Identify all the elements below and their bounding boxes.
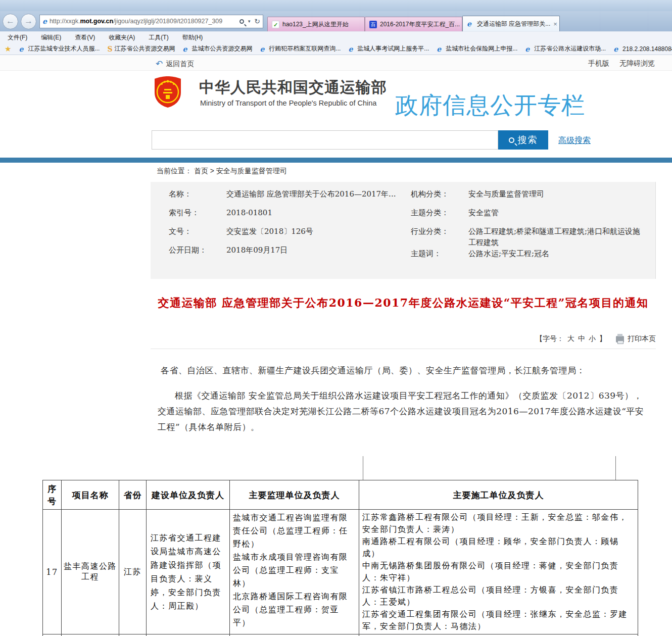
favorite-label: 盐城市社会保险网上申报... [446,44,517,53]
menu-favorites[interactable]: 收藏夹(A) [109,33,135,42]
meta-label: 公开日期： [169,244,226,263]
search-button-label: 搜索 [518,134,538,146]
browser-nav-bar: ← → e http://xxgk.mot.gov.cn/jigou/aqyzl… [0,11,672,31]
tab-title: 交通运输部 应急管理部关... [477,20,550,28]
tab-mot-notice[interactable]: e 交通运输部 应急管理部关... × [462,16,560,31]
fontsize-prefix: 【字号： [536,334,564,344]
fontsize-suffix: 】 [599,334,606,344]
favorite-link[interactable]: e218.2.208.1488084 [613,45,672,53]
tab-bar: ✓ hao123_上网从这里开始 百 2016-2017年度平安工程_百... … [267,16,560,31]
site-utility-bar: ↶ 返回首页 手机版 无障碍浏览 [0,56,672,71]
cell-province: 江苏 [119,510,147,634]
project-table: 序号 项目名称 省份 建设单位及负责人 主要监理单位及负责人 主要施工单位及负责… [42,480,638,636]
meta-label: 文号： [169,226,226,244]
meta-right-column: 机构分类： 安全与质量监督管理司 主题分类： 安全监管 行业分类： 公路工程建筑… [411,188,646,267]
search-icon[interactable] [239,19,244,24]
favorite-label: 江苏盐城专业技术人员服... [28,44,100,53]
tab-close-icon[interactable]: × [553,20,557,28]
supervisor-item: 盐城市交通工程咨询监理有限责任公司（总监理工程师：任野松） [233,511,356,551]
meta-value: 安全与质量监督管理司 [468,188,646,207]
menu-file[interactable]: 文件(F) [8,33,27,42]
ie-icon: e [613,45,618,53]
hao123-icon: ✓ [272,21,279,28]
favorite-link[interactable]: e江苏盐城专业技术人员服... [19,44,100,53]
cell-partial [230,634,359,636]
tab-baidu-search[interactable]: 百 2016-2017年度平安工程_百... [365,17,462,31]
meta-label: 名称： [169,188,226,207]
fontsize-large-button[interactable]: 大 [567,334,574,344]
cell-contractors: 江苏常鑫路桥工程有限公司（项目经理：王新，安全总监：邬金伟，安全部门负责人：裴涛… [359,510,638,634]
back-button[interactable]: ← [3,14,18,29]
cell-partial [147,634,230,636]
forward-button[interactable]: → [21,14,36,29]
menu-view[interactable]: 查看(V) [75,33,95,42]
back-icon: ← [6,16,15,26]
favorite-link[interactable]: e盐城人事考试网上服务平... [348,44,429,53]
advanced-search-link[interactable]: 高级搜索 [558,135,591,146]
col-header-province: 省份 [119,480,147,510]
forward-icon: → [24,16,33,26]
meta-row-name: 名称： 交通运输部 应急管理部关于公布2016—2017年... [169,188,406,207]
meta-value: 2018-01801 [226,207,406,226]
search-input[interactable] [152,130,498,150]
s-logo-icon: S [107,45,112,53]
cell-no: 17 [43,510,62,634]
meta-label: 主题分类： [411,207,468,226]
favorites-star-icon[interactable]: ★ [5,44,11,54]
breadcrumb-label: 当前位置： [157,167,192,175]
meta-row-industry: 行业分类： 公路工程建筑;桥梁和隧道工程建筑;港口和航运设施工程建筑 [411,226,646,248]
contractor-item: 中南无锡路桥集团股份有限公司（项目经理：蒋健，安全部门负责人：朱守祥） [362,560,635,584]
mobile-version-link[interactable]: 手机版 [588,59,609,68]
search-icon [509,137,514,143]
breadcrumb-current: 安全与质量监督管理司 [216,167,287,175]
print-page-link[interactable]: 打印本页 [628,334,656,344]
favorite-link[interactable]: e盐城市社会保险网上申报... [437,44,517,53]
national-emblem [153,75,183,109]
meta-row-date: 公开日期： 2018年09月17日 [169,244,406,263]
favorite-link[interactable]: e行贿犯罪档案互联网查询... [260,44,341,53]
meta-value: 2018年09月17日 [226,244,406,263]
tab-hao123[interactable]: ✓ hao123_上网从这里开始 [267,17,365,31]
favorite-link[interactable]: e江苏省公路水运建设市场... [525,44,606,53]
article-toolbar: 【字号： 大 中 小 】 打印本页 [151,334,656,344]
ie-icon: e [525,45,530,53]
breadcrumb-home-link[interactable]: 首页 [194,167,208,175]
menu-help[interactable]: 帮助(H) [182,33,203,42]
meta-row-org: 机构分类： 安全与质量监督管理司 [411,188,646,207]
site-title: 中华人民共和国交通运输部 [199,77,387,98]
menu-tools[interactable]: 工具(T) [149,33,168,42]
printer-icon[interactable] [616,336,624,343]
favorite-label: 218.2.208.1488084 [622,45,672,53]
breadcrumb-separator: > [210,167,214,175]
back-home-link[interactable]: ↶ 返回首页 [156,59,194,69]
fontsize-medium-button[interactable]: 中 [578,334,585,344]
meta-value: 公路工程建筑;桥梁和隧道工程建筑;港口和航运设施工程建筑 [468,226,646,248]
ie-icon: e [467,20,471,28]
address-bar[interactable]: e http://xxgk.mot.gov.cn/jigou/aqyzljlgl… [39,15,263,28]
fontsize-small-button[interactable]: 小 [589,334,596,344]
back-home-label: 返回首页 [166,60,194,69]
return-arrow-icon: ↶ [156,59,163,69]
meta-value: 交安监发〔2018〕126号 [226,226,406,244]
meta-row-keywords: 主题词： 公路水运;平安工程;冠名 [411,248,646,267]
cell-partial [62,634,119,636]
meta-label: 机构分类： [411,188,468,207]
col-header-no: 序号 [43,480,62,510]
refresh-icon[interactable]: ↻ [254,17,260,25]
menu-bar: 文件(F) 编辑(E) 查看(V) 收藏夹(A) 工具(T) 帮助(H) [0,31,672,43]
meta-value: 交通运输部 应急管理部关于公布2016—2017年... [226,188,406,207]
favorite-link[interactable]: S江苏省公共资源交易网 [107,44,175,53]
contractor-item: 江苏省交通工程集团有限公司（项目经理：张继东，安全总监：罗建军，安全部门负责人：… [362,608,635,632]
favorite-link[interactable]: e盐城市公共资源交易网 [183,44,253,53]
favorite-label: 盐城人事考试网上服务平... [357,44,429,53]
accessibility-link[interactable]: 无障碍浏览 [619,59,655,68]
col-header-supervisor: 主要监理单位及负责人 [230,480,359,510]
cell-partial [359,634,638,636]
ie-icon: e [348,45,353,53]
dropdown-icon[interactable]: ▼ [247,19,251,24]
table-header-row: 序号 项目名称 省份 建设单位及负责人 主要监理单位及负责人 主要施工单位及负责… [43,480,638,510]
window-titlebar[interactable] [0,0,672,11]
search-button[interactable]: 搜索 [498,130,548,150]
article-paragraph-body: 根据《交通运输部 安全监管总局关于组织公路水运建设项目平安工程冠名工作的通知》（… [158,388,650,435]
menu-edit[interactable]: 编辑(E) [41,33,61,42]
